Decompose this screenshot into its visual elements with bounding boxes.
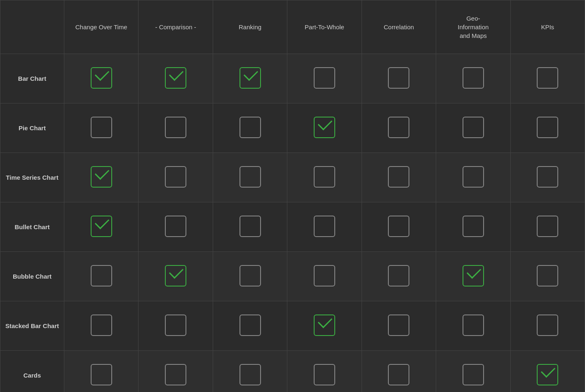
checkbox-cell[interactable]	[213, 54, 287, 103]
checkbox-cell[interactable]	[287, 351, 362, 392]
checked-checkbox[interactable]	[165, 265, 186, 286]
checkbox-cell[interactable]	[64, 351, 139, 392]
unchecked-checkbox[interactable]	[165, 117, 186, 138]
checked-checkbox[interactable]	[314, 117, 335, 138]
checkbox-cell[interactable]	[64, 202, 139, 252]
unchecked-checkbox[interactable]	[388, 364, 409, 385]
unchecked-checkbox[interactable]	[388, 67, 409, 89]
checkbox-cell[interactable]	[287, 153, 362, 202]
checkbox-cell[interactable]	[436, 252, 510, 301]
checked-checkbox[interactable]	[314, 315, 335, 336]
unchecked-checkbox[interactable]	[463, 364, 484, 385]
checked-checkbox[interactable]	[91, 216, 112, 237]
unchecked-checkbox[interactable]	[240, 315, 261, 336]
unchecked-checkbox[interactable]	[314, 216, 335, 237]
checkbox-cell[interactable]	[287, 301, 362, 351]
unchecked-checkbox[interactable]	[537, 265, 558, 286]
unchecked-checkbox[interactable]	[463, 315, 484, 336]
checked-checkbox[interactable]	[165, 67, 186, 89]
checkbox-cell[interactable]	[510, 301, 585, 351]
row-label-text: Cards	[23, 372, 41, 379]
unchecked-checkbox[interactable]	[388, 315, 409, 336]
unchecked-checkbox[interactable]	[240, 265, 261, 286]
unchecked-checkbox[interactable]	[537, 166, 558, 188]
checked-checkbox[interactable]	[91, 67, 112, 89]
checked-checkbox[interactable]	[240, 67, 261, 89]
checkbox-cell[interactable]	[436, 54, 510, 103]
unchecked-checkbox[interactable]	[165, 364, 186, 385]
checkbox-cell[interactable]	[139, 103, 213, 153]
checkbox-cell[interactable]	[510, 54, 585, 103]
checkbox-cell[interactable]	[64, 301, 139, 351]
unchecked-checkbox[interactable]	[314, 166, 335, 188]
checkbox-cell[interactable]	[287, 54, 362, 103]
unchecked-checkbox[interactable]	[165, 315, 186, 336]
checkbox-cell[interactable]	[436, 301, 510, 351]
unchecked-checkbox[interactable]	[165, 216, 186, 237]
checkbox-cell[interactable]	[362, 103, 436, 153]
unchecked-checkbox[interactable]	[463, 166, 484, 188]
unchecked-checkbox[interactable]	[537, 117, 558, 138]
checkbox-cell[interactable]	[510, 103, 585, 153]
unchecked-checkbox[interactable]	[463, 117, 484, 138]
checkbox-cell[interactable]	[436, 202, 510, 252]
unchecked-checkbox[interactable]	[240, 166, 261, 188]
unchecked-checkbox[interactable]	[463, 67, 484, 89]
checkbox-cell[interactable]	[139, 54, 213, 103]
checkbox-cell[interactable]	[139, 351, 213, 392]
unchecked-checkbox[interactable]	[165, 166, 186, 188]
checkbox-cell[interactable]	[213, 301, 287, 351]
checkbox-cell[interactable]	[362, 252, 436, 301]
checkbox-cell[interactable]	[287, 202, 362, 252]
checkbox-cell[interactable]	[362, 351, 436, 392]
checkbox-cell[interactable]	[213, 351, 287, 392]
checkbox-cell[interactable]	[213, 153, 287, 202]
checkbox-cell[interactable]	[362, 153, 436, 202]
checkbox-cell[interactable]	[510, 351, 585, 392]
unchecked-checkbox[interactable]	[388, 117, 409, 138]
unchecked-checkbox[interactable]	[240, 216, 261, 237]
unchecked-checkbox[interactable]	[240, 364, 261, 385]
checkbox-cell[interactable]	[139, 301, 213, 351]
unchecked-checkbox[interactable]	[314, 265, 335, 286]
checkbox-cell[interactable]	[64, 103, 139, 153]
checkbox-cell[interactable]	[64, 153, 139, 202]
checkbox-cell[interactable]	[510, 153, 585, 202]
unchecked-checkbox[interactable]	[240, 117, 261, 138]
checkbox-cell[interactable]	[139, 153, 213, 202]
unchecked-checkbox[interactable]	[91, 315, 112, 336]
unchecked-checkbox[interactable]	[537, 67, 558, 89]
checkbox-cell[interactable]	[436, 103, 510, 153]
checkbox-cell[interactable]	[510, 252, 585, 301]
unchecked-checkbox[interactable]	[388, 216, 409, 237]
unchecked-checkbox[interactable]	[388, 166, 409, 188]
row-label-cell: Pie Chart	[0, 103, 64, 153]
checked-checkbox[interactable]	[463, 265, 484, 286]
checkbox-cell[interactable]	[362, 202, 436, 252]
checkbox-cell[interactable]	[64, 54, 139, 103]
unchecked-checkbox[interactable]	[314, 364, 335, 385]
checkbox-cell[interactable]	[510, 202, 585, 252]
checkbox-cell[interactable]	[64, 252, 139, 301]
checkbox-cell[interactable]	[287, 103, 362, 153]
checkbox-cell[interactable]	[213, 252, 287, 301]
unchecked-checkbox[interactable]	[388, 265, 409, 286]
checkbox-cell[interactable]	[139, 202, 213, 252]
checkbox-cell[interactable]	[436, 351, 510, 392]
checkbox-cell[interactable]	[287, 252, 362, 301]
unchecked-checkbox[interactable]	[91, 117, 112, 138]
checked-checkbox[interactable]	[537, 364, 558, 385]
checkbox-cell[interactable]	[139, 252, 213, 301]
checkbox-cell[interactable]	[213, 202, 287, 252]
checkbox-cell[interactable]	[436, 153, 510, 202]
unchecked-checkbox[interactable]	[91, 364, 112, 385]
unchecked-checkbox[interactable]	[463, 216, 484, 237]
unchecked-checkbox[interactable]	[314, 67, 335, 89]
unchecked-checkbox[interactable]	[537, 216, 558, 237]
checkbox-cell[interactable]	[362, 301, 436, 351]
checkbox-cell[interactable]	[213, 103, 287, 153]
unchecked-checkbox[interactable]	[537, 315, 558, 336]
checkbox-cell[interactable]	[362, 54, 436, 103]
unchecked-checkbox[interactable]	[91, 265, 112, 286]
checked-checkbox[interactable]	[91, 166, 112, 188]
